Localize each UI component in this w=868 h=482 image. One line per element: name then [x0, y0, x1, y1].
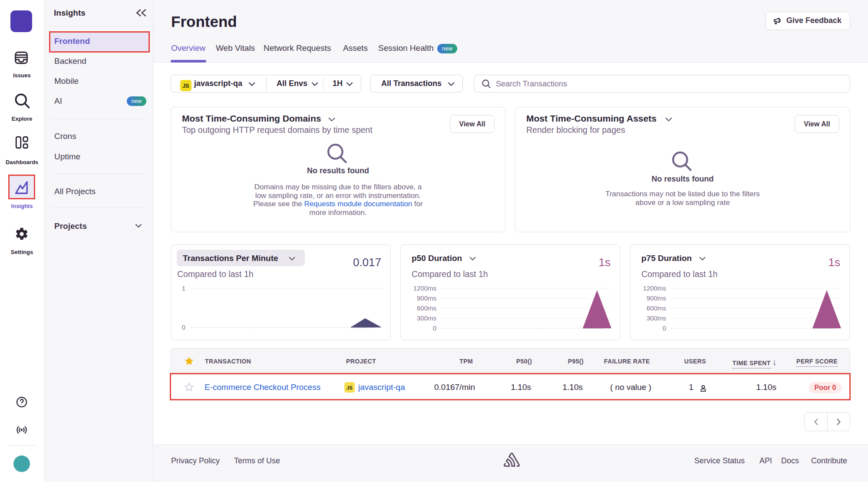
- svg-text:1: 1: [182, 285, 185, 292]
- svg-text:0: 0: [433, 324, 436, 332]
- svg-text:600ms: 600ms: [417, 304, 436, 312]
- svg-text:1200ms: 1200ms: [413, 285, 436, 292]
- svg-text:1200ms: 1200ms: [643, 285, 666, 292]
- svg-text:JS: JS: [182, 83, 189, 89]
- svg-text:900ms: 900ms: [417, 294, 436, 302]
- svg-text:0: 0: [182, 324, 185, 331]
- svg-text:300ms: 300ms: [417, 314, 436, 322]
- svg-text:0: 0: [663, 324, 666, 332]
- svg-text:900ms: 900ms: [647, 294, 666, 302]
- svg-text:300ms: 300ms: [647, 314, 666, 322]
- svg-text:600ms: 600ms: [647, 304, 666, 312]
